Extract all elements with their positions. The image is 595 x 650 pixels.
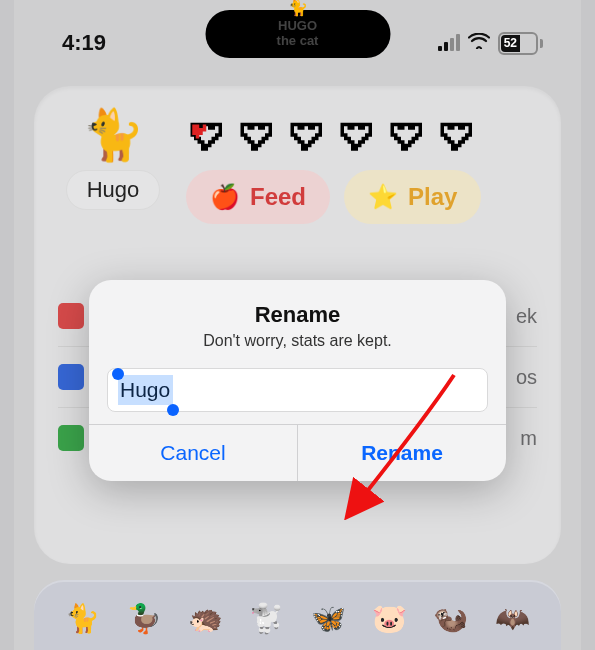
pet-option-icon[interactable]: 🐩 [249,602,284,635]
heart-icon [186,116,230,154]
alert-input-wrap[interactable] [107,368,488,412]
heart-icon [436,116,480,154]
pet-option-icon[interactable]: 🐈 [65,602,100,635]
calendar-icon [58,303,84,329]
pet-option-icon[interactable]: 🦔 [188,602,223,635]
pet-sprite-icon: 🐈 [82,110,144,160]
star-icon: ⭐ [368,183,398,211]
play-button[interactable]: ⭐ Play [344,170,481,224]
feed-button[interactable]: 🍎 Feed [186,170,330,224]
alert-title: Rename [107,302,488,328]
wifi-icon [468,33,490,54]
heart-icon [386,116,430,154]
rename-confirm-button[interactable]: Rename [298,425,506,481]
list-suffix: ek [516,305,537,328]
cancel-button[interactable]: Cancel [89,425,298,481]
alert-subtitle: Don't worry, stats are kept. [107,332,488,350]
refresh-icon [58,425,84,451]
list-suffix: os [516,366,537,389]
heart-icon [336,116,380,154]
apple-icon: 🍎 [210,183,240,211]
rename-alert: Rename Don't worry, stats are kept. Canc… [89,280,506,481]
pet-option-icon[interactable]: 🐷 [372,602,407,635]
status-time: 4:19 [62,30,106,56]
feed-label: Feed [250,183,306,211]
dynamic-island-title: HUGO [205,18,390,33]
pet-name-chip[interactable]: Hugo [66,170,161,210]
heart-icon [236,116,280,154]
hearts-row [186,116,481,154]
pet-sprite-tiny-icon: 🐈 [288,0,308,15]
bag-icon [58,364,84,390]
pet-option-icon[interactable]: 🦋 [311,602,346,635]
pet-selector-strip[interactable]: 🐈 🦆 🦔 🐩 🦋 🐷 🦦 🦇 [34,580,561,650]
list-suffix: m [520,427,537,450]
battery-icon: 52 [498,32,543,55]
rename-input[interactable] [118,377,477,403]
dynamic-island[interactable]: 🐈 HUGO the cat [205,10,390,58]
pet-option-icon[interactable]: 🦆 [127,602,162,635]
pet-option-icon[interactable]: 🦇 [495,602,530,635]
dynamic-island-subtitle: the cat [205,33,390,48]
cellular-icon [438,35,460,51]
heart-icon [286,116,330,154]
pet-option-icon[interactable]: 🦦 [433,602,468,635]
play-label: Play [408,183,457,211]
